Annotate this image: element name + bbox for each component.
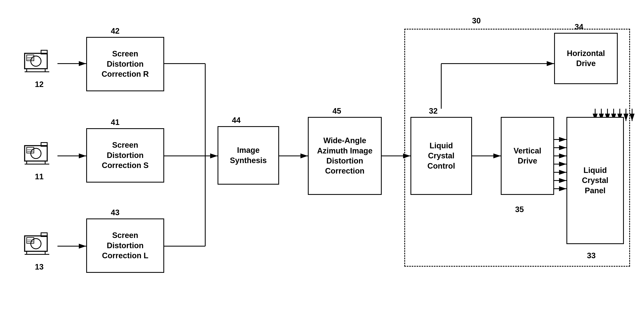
horizontal-drive-label: HorizontalDrive xyxy=(567,48,605,69)
wide-angle-label: Wide-AngleAzimuth ImageDistortionCorrect… xyxy=(317,136,372,176)
camera-12-icon xyxy=(20,47,53,76)
sdc-r-label: ScreenDistortionCorrection R xyxy=(102,49,149,79)
vertical-drive-label: VerticalDrive xyxy=(514,146,541,166)
svg-rect-52 xyxy=(27,238,34,243)
wide-angle-block: Wide-AngleAzimuth ImageDistortionCorrect… xyxy=(308,117,382,195)
camera-11-icon xyxy=(20,139,53,168)
sdc-s-block: ScreenDistortionCorrection S xyxy=(86,128,164,183)
vertical-drive-block: VerticalDrive xyxy=(501,117,554,195)
sdc-s-id: 41 xyxy=(111,118,120,127)
dashed-box-id: 30 xyxy=(472,16,481,25)
lcp-label: LiquidCrystalPanel xyxy=(582,165,608,196)
sdc-l-label: ScreenDistortionCorrection L xyxy=(102,230,148,261)
vertical-drive-id: 35 xyxy=(515,205,524,214)
lcp-block: LiquidCrystalPanel xyxy=(566,117,624,244)
image-synthesis-block: ImageSynthesis xyxy=(218,126,279,185)
wide-angle-id: 45 xyxy=(332,107,341,115)
lcp-id: 33 xyxy=(587,251,596,260)
lcc-block: LiquidCrystalControl xyxy=(410,117,472,195)
lcc-label: LiquidCrystalControl xyxy=(427,141,455,171)
sdc-r-id: 42 xyxy=(111,27,120,35)
lcc-id: 32 xyxy=(429,107,438,115)
sdc-l-id: 43 xyxy=(111,208,120,217)
camera-13-icon xyxy=(20,230,53,259)
sdc-l-block: ScreenDistortionCorrection L xyxy=(86,219,164,273)
diagram: 12 11 13 ScreenDistortionCorrection R 42… xyxy=(0,0,644,320)
camera-13-label: 13 xyxy=(35,263,44,271)
camera-11-label: 11 xyxy=(35,172,44,181)
horizontal-drive-block: HorizontalDrive xyxy=(554,33,618,84)
sdc-s-label: ScreenDistortionCorrection S xyxy=(102,140,148,170)
sdc-r-block: ScreenDistortionCorrection R xyxy=(86,37,164,91)
svg-rect-34 xyxy=(27,55,34,61)
svg-rect-43 xyxy=(27,147,34,153)
image-synthesis-label: ImageSynthesis xyxy=(230,145,267,166)
image-synthesis-id: 44 xyxy=(232,116,240,125)
camera-12-label: 12 xyxy=(35,80,44,89)
horizontal-drive-id: 34 xyxy=(575,22,583,31)
